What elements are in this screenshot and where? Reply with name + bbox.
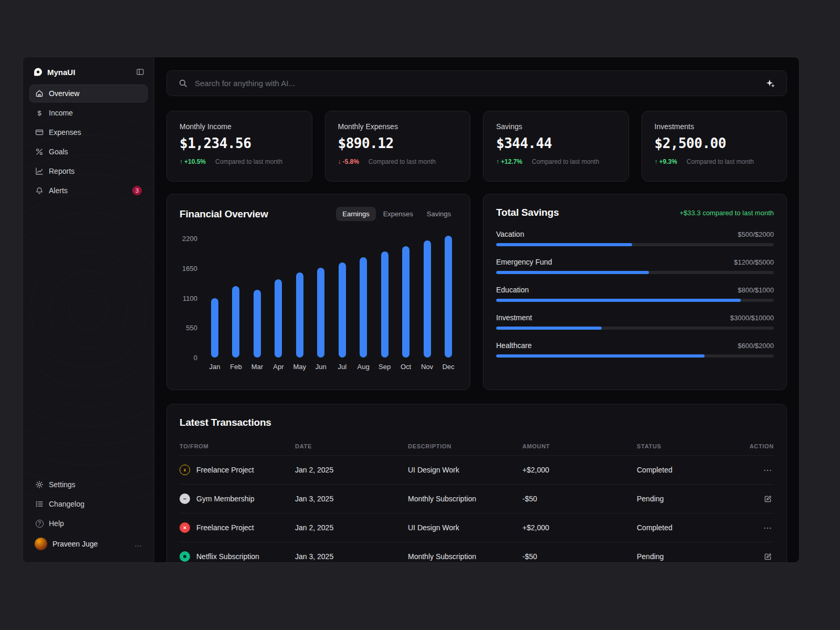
sidebar-item-expenses[interactable]: Expenses <box>29 123 148 141</box>
tx-status: Pending <box>637 552 744 561</box>
tx-date: Jan 3, 2025 <box>295 495 408 503</box>
sidebar-item-changelog[interactable]: Changelog <box>29 495 148 513</box>
table-header-row: TO/FROM DATE DESCRIPTION AMOUNT STATUS A… <box>180 437 774 456</box>
edit-button[interactable] <box>762 551 774 563</box>
total-savings-title: Total Savings <box>496 207 559 218</box>
tx-description: UI Design Work <box>408 523 522 532</box>
transactions-table: TO/FROM DATE DESCRIPTION AMOUNT STATUS A… <box>180 437 774 562</box>
stat-note: Compared to last month <box>532 158 599 165</box>
goal-amount: $500/$2000 <box>738 230 774 238</box>
edit-button[interactable] <box>762 493 774 505</box>
stat-delta: ↑+9.3% <box>655 158 677 165</box>
stat-note: Compared to last month <box>687 158 754 165</box>
dollar-icon: $ <box>35 109 44 117</box>
tx-amount: +$2,000 <box>522 466 637 474</box>
stat-delta: ↑+12.7% <box>496 158 522 165</box>
list-icon <box>35 500 44 508</box>
stat-note: Compared to last month <box>215 158 282 165</box>
x-axis-label: Apr <box>273 363 284 371</box>
sidebar-item-label: Changelog <box>49 500 85 508</box>
chart-bar-column: Oct <box>398 236 414 371</box>
chart-bar <box>296 272 303 358</box>
tab-earnings[interactable]: Earnings <box>336 207 375 221</box>
tx-to-from: Gym Membership <box>196 495 254 503</box>
stat-title: Investments <box>655 122 774 131</box>
chart-bar-column: Aug <box>355 236 371 371</box>
trend-arrow-icon: ↑ <box>496 158 499 165</box>
goal-name: Investment <box>496 313 532 322</box>
tx-date: Jan 3, 2025 <box>295 552 408 561</box>
tx-to-from: Freelance Project <box>196 466 254 474</box>
chart-bar <box>317 268 324 358</box>
tab-expenses[interactable]: Expenses <box>377 207 419 221</box>
x-axis-label: Sep <box>379 363 391 371</box>
stat-title: Savings <box>496 122 616 131</box>
col-header-status: STATUS <box>637 443 744 449</box>
tab-savings[interactable]: Savings <box>421 207 457 221</box>
trend-arrow-icon: ↑ <box>655 158 658 165</box>
total-savings-card: Total Savings +$33.3 compared to last mo… <box>483 194 787 390</box>
sidebar-item-goals[interactable]: Goals <box>29 143 148 161</box>
tx-status: Pending <box>637 495 744 503</box>
table-row: Freelance Project Jan 2, 2025 UI Design … <box>180 513 774 542</box>
chart-bar <box>254 290 261 358</box>
sidebar-item-overview[interactable]: Overview <box>29 85 148 102</box>
stat-card-monthly-expenses: Monthly Expenses $890.12 ↓-5.8% Compared… <box>325 111 471 182</box>
stat-value: $344.44 <box>496 135 616 151</box>
chart-bar-column: Dec <box>440 236 456 371</box>
sidebar-item-help[interactable]: Help <box>29 514 148 532</box>
dot-circle-icon <box>180 551 190 562</box>
user-more-icon <box>134 540 142 548</box>
tx-date: Jan 2, 2025 <box>295 466 408 474</box>
y-axis-label: 0 <box>194 354 197 362</box>
progress-bar <box>496 354 774 358</box>
more-actions-button[interactable] <box>761 521 774 535</box>
sidebar-collapse-button[interactable] <box>136 68 144 76</box>
search-input[interactable] <box>195 79 759 88</box>
goal-name: Healthcare <box>496 341 532 350</box>
chart-bar <box>402 246 410 358</box>
chart-bars: JanFebMarAprMayJunJulAugSepOctNovDec <box>206 236 457 371</box>
sidebar-item-alerts[interactable]: Alerts 3 <box>29 182 148 200</box>
chart-bar <box>339 262 346 358</box>
progress-bar <box>496 299 774 302</box>
stat-note: Compared to last month <box>369 158 436 165</box>
progress-bar <box>496 271 774 274</box>
chart-icon <box>35 167 44 175</box>
more-actions-button[interactable] <box>761 463 774 477</box>
sidebar-item-label: Reports <box>49 167 75 175</box>
avatar <box>35 538 47 550</box>
chart-bar <box>424 240 431 358</box>
savings-delta: +$33.3 compared to last month <box>679 209 774 217</box>
sidebar-nav: Overview $ Income Expenses Goals <box>29 85 148 200</box>
x-axis-label: Nov <box>421 363 433 371</box>
sidebar-item-label: Expenses <box>49 128 81 136</box>
savings-goal-emergency-fund: Emergency Fund$1200/$5000 <box>496 258 774 274</box>
x-circle-icon <box>180 522 190 533</box>
chart-tabs: Earnings Expenses Savings <box>336 207 457 221</box>
credit-card-icon <box>35 128 44 136</box>
tx-to-from: Freelance Project <box>196 523 254 532</box>
progress-bar <box>496 327 774 330</box>
tx-description: Monthly Subscription <box>408 495 522 503</box>
user-menu[interactable]: Praveen Juge <box>29 534 148 554</box>
help-icon <box>35 519 44 528</box>
y-axis-label: 1100 <box>183 295 197 302</box>
stat-delta: ↑+10.5% <box>180 158 206 165</box>
x-axis-label: Jun <box>316 363 327 371</box>
sidebar-item-settings[interactable]: Settings <box>29 476 148 494</box>
goal-name: Education <box>496 286 529 294</box>
tx-description: UI Design Work <box>408 466 522 474</box>
latest-transactions-card: Latest Transactions TO/FROM DATE DESCRIP… <box>166 404 787 562</box>
x-axis-label: Oct <box>401 363 411 371</box>
earnings-bar-chart: 0550110016502200 JanFebMarAprMayJunJulAu… <box>180 236 457 371</box>
sidebar-item-reports[interactable]: Reports <box>29 162 148 180</box>
y-axis-label: 1650 <box>182 265 197 272</box>
col-header-action: ACTION <box>750 443 774 449</box>
search-icon <box>178 79 187 88</box>
search-bar <box>166 70 787 96</box>
alerts-count-badge: 3 <box>132 186 142 195</box>
sparkle-icon[interactable] <box>766 79 775 88</box>
sidebar-item-income[interactable]: $ Income <box>29 104 148 122</box>
col-header-date: DATE <box>295 443 408 449</box>
